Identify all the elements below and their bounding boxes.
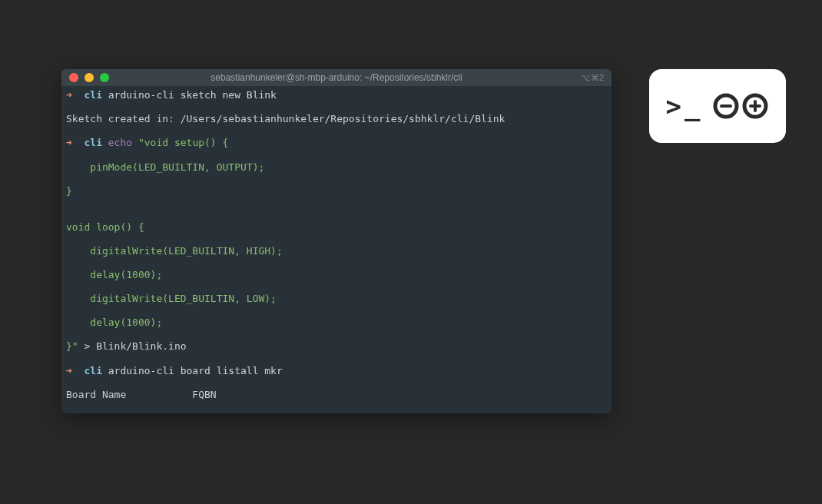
command-3: arduino-cli board listall mkr	[108, 365, 283, 376]
prompt-arrow-icon: ➜	[66, 137, 72, 148]
window-shortcut-badge: ⌥⌘2	[581, 73, 604, 83]
echo-string: void loop() {	[66, 221, 607, 234]
prompt-cwd: cli	[84, 89, 101, 101]
command-1: arduino-cli sketch new Blink	[108, 89, 277, 101]
window-titlebar: sebastianhunkeler@sh-mbp-arduino: ~/Repo…	[61, 69, 612, 86]
terminal-window[interactable]: sebastianhunkeler@sh-mbp-arduino: ~/Repo…	[61, 69, 612, 413]
prompt-glyph-icon: >_	[666, 93, 704, 119]
echo-redirect: > Blink/Blink.ino	[78, 340, 187, 352]
echo-string: digitalWrite(LED_BUILTIN, LOW);	[66, 293, 607, 305]
arduino-cli-logo-card: >_	[649, 69, 786, 143]
infinity-icon	[712, 92, 769, 120]
close-icon[interactable]	[69, 73, 78, 82]
echo-string: delay(1000);	[66, 269, 607, 281]
traffic-lights	[69, 73, 109, 82]
echo-string: digitalWrite(LED_BUILTIN, HIGH);	[66, 245, 607, 257]
echo-string: pinMode(LED_BUILTIN, OUTPUT);	[66, 161, 607, 174]
echo-string: }"	[66, 340, 78, 352]
minimize-icon[interactable]	[85, 73, 94, 82]
window-title: sebastianhunkeler@sh-mbp-arduino: ~/Repo…	[61, 72, 612, 83]
echo-string: }	[66, 185, 607, 197]
prompt-arrow-icon: ➜	[66, 365, 72, 376]
prompt-cwd: cli	[84, 137, 101, 148]
output-sketch-created: Sketch created in: /Users/sebastianhunke…	[66, 113, 607, 125]
command-echo: echo	[108, 137, 132, 148]
terminal-output[interactable]: ➜ cli arduino-cli sketch new Blink Sketc…	[61, 86, 612, 413]
prompt-arrow-icon: ➜	[66, 89, 72, 101]
maximize-icon[interactable]	[100, 73, 109, 82]
prompt-cwd: cli	[84, 365, 101, 376]
echo-string: delay(1000);	[66, 317, 607, 329]
board-list-header: Board Name FQBN	[66, 389, 607, 401]
board-list-row: Arduino MKR FOX 1200 arduino:samd:mkrfox…	[66, 413, 607, 413]
echo-string: "void setup() {	[138, 137, 228, 148]
